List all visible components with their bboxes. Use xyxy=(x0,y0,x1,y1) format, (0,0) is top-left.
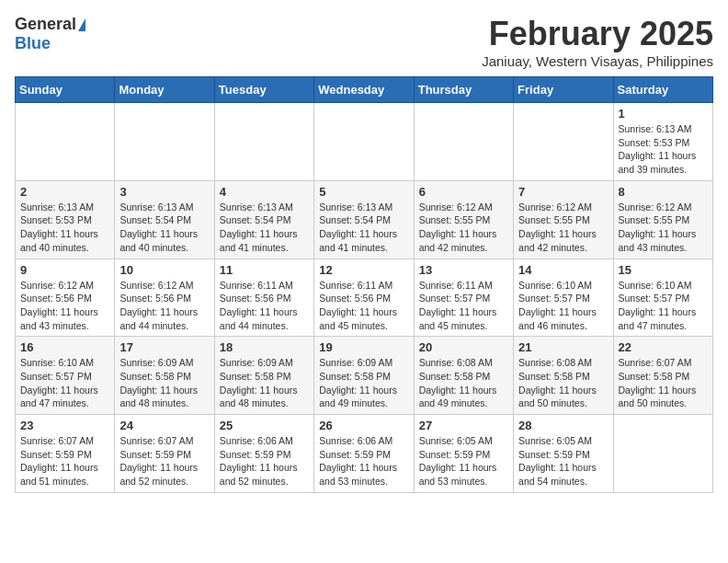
calendar-cell-3-6: 22Sunrise: 6:07 AM Sunset: 5:58 PM Dayli… xyxy=(613,337,712,415)
calendar-cell-3-5: 21Sunrise: 6:08 AM Sunset: 5:58 PM Dayli… xyxy=(514,337,613,415)
title-block: February 2025 Janiuay, Western Visayas, … xyxy=(482,15,713,69)
day-number: 26 xyxy=(319,419,408,432)
day-info: Sunrise: 6:08 AM Sunset: 5:58 PM Dayligh… xyxy=(518,356,608,410)
day-info: Sunrise: 6:06 AM Sunset: 5:59 PM Dayligh… xyxy=(319,434,408,488)
calendar-cell-1-3: 5Sunrise: 6:13 AM Sunset: 5:54 PM Daylig… xyxy=(314,180,414,259)
day-info: Sunrise: 6:12 AM Sunset: 5:55 PM Dayligh… xyxy=(518,201,608,255)
month-title: February 2025 xyxy=(482,15,713,53)
day-info: Sunrise: 6:07 AM Sunset: 5:58 PM Dayligh… xyxy=(619,356,708,410)
calendar-cell-2-5: 14Sunrise: 6:10 AM Sunset: 5:57 PM Dayli… xyxy=(514,259,613,337)
location-subtitle: Janiuay, Western Visayas, Philippines xyxy=(482,53,713,69)
day-info: Sunrise: 6:11 AM Sunset: 5:56 PM Dayligh… xyxy=(220,279,309,333)
day-info: Sunrise: 6:12 AM Sunset: 5:56 PM Dayligh… xyxy=(20,279,109,333)
calendar-cell-1-5: 7Sunrise: 6:12 AM Sunset: 5:55 PM Daylig… xyxy=(514,180,613,259)
day-number: 23 xyxy=(20,419,109,432)
day-info: Sunrise: 6:05 AM Sunset: 5:59 PM Dayligh… xyxy=(518,434,608,488)
day-info: Sunrise: 6:08 AM Sunset: 5:58 PM Dayligh… xyxy=(419,356,508,410)
day-info: Sunrise: 6:07 AM Sunset: 5:59 PM Dayligh… xyxy=(20,434,109,488)
day-info: Sunrise: 6:13 AM Sunset: 5:53 PM Dayligh… xyxy=(20,201,109,255)
day-number: 18 xyxy=(220,340,309,354)
day-info: Sunrise: 6:12 AM Sunset: 5:56 PM Dayligh… xyxy=(119,279,209,333)
day-number: 22 xyxy=(619,340,708,354)
day-number: 15 xyxy=(619,263,708,277)
logo-icon xyxy=(78,18,85,31)
day-info: Sunrise: 6:06 AM Sunset: 5:59 PM Dayligh… xyxy=(220,434,309,488)
day-info: Sunrise: 6:09 AM Sunset: 5:58 PM Dayligh… xyxy=(119,356,209,410)
calendar-cell-1-1: 3Sunrise: 6:13 AM Sunset: 5:54 PM Daylig… xyxy=(115,180,214,259)
calendar-cell-4-1: 24Sunrise: 6:07 AM Sunset: 5:59 PM Dayli… xyxy=(115,415,214,493)
day-info: Sunrise: 6:13 AM Sunset: 5:54 PM Dayligh… xyxy=(220,201,309,255)
day-number: 1 xyxy=(619,107,708,121)
calendar-cell-0-5 xyxy=(514,103,613,181)
calendar-cell-0-2 xyxy=(214,103,313,181)
page-header: General Blue February 2025 Janiuay, West… xyxy=(15,15,713,69)
day-info: Sunrise: 6:05 AM Sunset: 5:59 PM Dayligh… xyxy=(419,434,508,488)
calendar-cell-4-2: 25Sunrise: 6:06 AM Sunset: 5:59 PM Dayli… xyxy=(214,415,313,493)
calendar-cell-2-1: 10Sunrise: 6:12 AM Sunset: 5:56 PM Dayli… xyxy=(115,259,214,337)
calendar-cell-2-6: 15Sunrise: 6:10 AM Sunset: 5:57 PM Dayli… xyxy=(613,259,712,337)
calendar-cell-4-4: 27Sunrise: 6:05 AM Sunset: 5:59 PM Dayli… xyxy=(414,415,513,493)
day-info: Sunrise: 6:11 AM Sunset: 5:57 PM Dayligh… xyxy=(419,279,508,333)
calendar-week-3: 16Sunrise: 6:10 AM Sunset: 5:57 PM Dayli… xyxy=(16,337,713,415)
day-number: 21 xyxy=(518,340,608,354)
day-number: 27 xyxy=(419,419,508,432)
calendar-cell-4-6 xyxy=(613,415,712,493)
weekday-header-thursday: Thursday xyxy=(414,77,513,103)
day-number: 2 xyxy=(20,185,109,199)
day-number: 24 xyxy=(119,419,209,432)
day-info: Sunrise: 6:13 AM Sunset: 5:53 PM Dayligh… xyxy=(619,122,708,177)
day-info: Sunrise: 6:09 AM Sunset: 5:58 PM Dayligh… xyxy=(220,356,309,410)
calendar-week-2: 9Sunrise: 6:12 AM Sunset: 5:56 PM Daylig… xyxy=(16,259,713,337)
day-info: Sunrise: 6:09 AM Sunset: 5:58 PM Dayligh… xyxy=(319,356,408,410)
weekday-header-sunday: Sunday xyxy=(16,77,115,103)
day-number: 16 xyxy=(20,340,109,354)
calendar-cell-1-2: 4Sunrise: 6:13 AM Sunset: 5:54 PM Daylig… xyxy=(214,180,313,259)
calendar-table: SundayMondayTuesdayWednesdayThursdayFrid… xyxy=(15,76,713,493)
day-number: 11 xyxy=(220,263,309,277)
day-info: Sunrise: 6:12 AM Sunset: 5:55 PM Dayligh… xyxy=(619,201,708,255)
weekday-header-monday: Monday xyxy=(115,77,214,103)
calendar-week-1: 2Sunrise: 6:13 AM Sunset: 5:53 PM Daylig… xyxy=(16,180,713,259)
logo-general: General xyxy=(15,15,76,34)
weekday-header-wednesday: Wednesday xyxy=(314,77,414,103)
calendar-cell-0-6: 1Sunrise: 6:13 AM Sunset: 5:53 PM Daylig… xyxy=(613,103,712,181)
day-number: 8 xyxy=(619,185,708,199)
logo: General Blue xyxy=(15,15,85,53)
day-info: Sunrise: 6:07 AM Sunset: 5:59 PM Dayligh… xyxy=(119,434,209,488)
calendar-cell-0-0 xyxy=(16,103,115,181)
calendar-cell-3-1: 17Sunrise: 6:09 AM Sunset: 5:58 PM Dayli… xyxy=(115,337,214,415)
day-number: 6 xyxy=(419,185,508,199)
calendar-cell-0-3 xyxy=(314,103,414,181)
calendar-cell-0-4 xyxy=(414,103,513,181)
calendar-cell-2-0: 9Sunrise: 6:12 AM Sunset: 5:56 PM Daylig… xyxy=(16,259,115,337)
day-number: 13 xyxy=(419,263,508,277)
day-number: 25 xyxy=(220,419,309,432)
calendar-cell-3-3: 19Sunrise: 6:09 AM Sunset: 5:58 PM Dayli… xyxy=(314,337,414,415)
calendar-cell-4-5: 28Sunrise: 6:05 AM Sunset: 5:59 PM Dayli… xyxy=(514,415,613,493)
weekday-header-friday: Friday xyxy=(514,77,613,103)
calendar-cell-0-1 xyxy=(115,103,214,181)
logo-blue: Blue xyxy=(15,34,51,53)
day-number: 17 xyxy=(119,340,209,354)
day-info: Sunrise: 6:11 AM Sunset: 5:56 PM Dayligh… xyxy=(319,279,408,333)
calendar-cell-1-6: 8Sunrise: 6:12 AM Sunset: 5:55 PM Daylig… xyxy=(613,180,712,259)
calendar-cell-4-3: 26Sunrise: 6:06 AM Sunset: 5:59 PM Dayli… xyxy=(314,415,414,493)
calendar-cell-3-4: 20Sunrise: 6:08 AM Sunset: 5:58 PM Dayli… xyxy=(414,337,513,415)
day-number: 7 xyxy=(518,185,608,199)
day-number: 5 xyxy=(319,185,408,199)
weekday-header-tuesday: Tuesday xyxy=(214,77,313,103)
calendar-cell-2-3: 12Sunrise: 6:11 AM Sunset: 5:56 PM Dayli… xyxy=(314,259,414,337)
day-info: Sunrise: 6:10 AM Sunset: 5:57 PM Dayligh… xyxy=(20,356,109,410)
calendar-cell-1-4: 6Sunrise: 6:12 AM Sunset: 5:55 PM Daylig… xyxy=(414,180,513,259)
weekday-header-saturday: Saturday xyxy=(613,77,712,103)
day-number: 20 xyxy=(419,340,508,354)
calendar-cell-1-0: 2Sunrise: 6:13 AM Sunset: 5:53 PM Daylig… xyxy=(16,180,115,259)
calendar-cell-3-2: 18Sunrise: 6:09 AM Sunset: 5:58 PM Dayli… xyxy=(214,337,313,415)
calendar-week-0: 1Sunrise: 6:13 AM Sunset: 5:53 PM Daylig… xyxy=(16,103,713,181)
calendar-cell-2-2: 11Sunrise: 6:11 AM Sunset: 5:56 PM Dayli… xyxy=(214,259,313,337)
day-info: Sunrise: 6:10 AM Sunset: 5:57 PM Dayligh… xyxy=(518,279,608,333)
day-info: Sunrise: 6:13 AM Sunset: 5:54 PM Dayligh… xyxy=(119,201,209,255)
day-info: Sunrise: 6:13 AM Sunset: 5:54 PM Dayligh… xyxy=(319,201,408,255)
day-number: 12 xyxy=(319,263,408,277)
day-number: 14 xyxy=(518,263,608,277)
